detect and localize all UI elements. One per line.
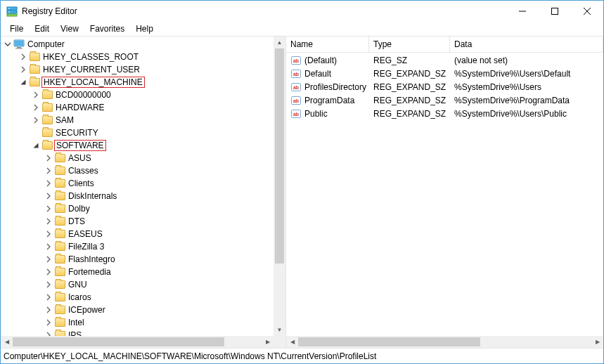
scroll-right-icon[interactable]: ▶ xyxy=(262,336,274,348)
scroll-right-icon[interactable]: ▶ xyxy=(591,336,603,348)
tree-item[interactable]: FileZilla 3 xyxy=(2,240,274,253)
tree-item[interactable]: GNU xyxy=(2,278,274,291)
chevron-down-icon[interactable] xyxy=(18,77,29,88)
menu-view[interactable]: View xyxy=(56,22,84,35)
chevron-right-icon[interactable] xyxy=(43,165,54,176)
value-data: %SystemDrive%\Users\Public xyxy=(450,109,603,119)
chevron-right-icon[interactable] xyxy=(43,178,54,189)
maximize-button[interactable] xyxy=(539,1,571,22)
chevron-right-icon[interactable] xyxy=(43,190,54,202)
chevron-right-icon[interactable] xyxy=(43,317,54,328)
list-row[interactable]: abPublicREG_EXPAND_SZ%SystemDrive%\Users… xyxy=(286,107,603,120)
chevron-right-icon[interactable] xyxy=(43,279,54,290)
expander-none[interactable] xyxy=(30,127,41,138)
chevron-right-icon[interactable] xyxy=(43,152,54,164)
col-data[interactable]: Data xyxy=(450,37,603,52)
chevron-down-icon[interactable] xyxy=(2,39,13,50)
col-type[interactable]: Type xyxy=(369,37,450,52)
tree-item[interactable]: DTS xyxy=(2,215,274,228)
scroll-left-icon[interactable]: ◀ xyxy=(286,336,298,348)
tree-item[interactable]: Clients xyxy=(2,177,274,190)
folder-icon xyxy=(54,317,65,328)
tree-item[interactable]: HKEY_CLASSES_ROOT xyxy=(2,51,274,63)
tree-root-label: Computer xyxy=(26,39,66,50)
scroll-left-icon[interactable]: ◀ xyxy=(1,336,13,348)
list-body[interactable]: ab(Default)REG_SZ(value not set)abDefaul… xyxy=(286,53,603,120)
chevron-right-icon[interactable] xyxy=(18,64,29,75)
tree-item[interactable]: SAM xyxy=(2,114,274,126)
chevron-right-icon[interactable] xyxy=(43,216,54,227)
tree-item-label: SOFTWARE xyxy=(54,140,106,151)
registry-tree[interactable]: Computer HKEY_CLASSES_ROOTHKEY_CURRENT_U… xyxy=(1,37,274,336)
value-name: Default xyxy=(304,69,331,79)
chevron-right-icon[interactable] xyxy=(43,241,54,252)
tree-item-label: ICEpower xyxy=(67,304,107,316)
tree-item[interactable]: SECURITY xyxy=(2,126,274,139)
chevron-right-icon[interactable] xyxy=(43,203,54,214)
chevron-right-icon[interactable] xyxy=(43,292,54,303)
tree-item[interactable]: ICEpower xyxy=(2,304,274,316)
list-row[interactable]: abDefaultREG_EXPAND_SZ%SystemDrive%\User… xyxy=(286,67,603,80)
minimize-button[interactable] xyxy=(506,1,539,22)
list-hscrollbar[interactable]: ◀ ▶ xyxy=(286,336,603,348)
tree-item[interactable]: DiskInternals xyxy=(2,190,274,202)
list-row[interactable]: abProgramDataREG_EXPAND_SZ%SystemDrive%\… xyxy=(286,93,603,107)
svg-rect-11 xyxy=(17,47,21,48)
tree-item[interactable]: Classes xyxy=(2,164,274,177)
folder-icon xyxy=(29,51,40,63)
tree-item[interactable]: Dolby xyxy=(2,202,274,215)
menu-file[interactable]: File xyxy=(5,22,28,35)
tree-item[interactable]: HARDWARE xyxy=(2,101,274,114)
col-name[interactable]: Name xyxy=(286,37,369,52)
chevron-right-icon[interactable] xyxy=(43,330,54,336)
tree-item-label: SAM xyxy=(54,115,75,126)
tree-hscrollbar[interactable]: ◀ ▶ xyxy=(1,336,274,348)
tree-item-label: Dolby xyxy=(67,203,91,214)
chevron-right-icon[interactable] xyxy=(30,115,41,126)
tree-item[interactable]: Fortemedia xyxy=(2,266,274,278)
tree-item[interactable]: HKEY_CURRENT_USER xyxy=(2,63,274,76)
chevron-right-icon[interactable] xyxy=(43,254,54,265)
list-row[interactable]: abProfilesDirectoryREG_EXPAND_SZ%SystemD… xyxy=(286,80,603,93)
tree-root[interactable]: Computer xyxy=(2,38,274,51)
svg-rect-10 xyxy=(15,41,23,46)
tree-item[interactable]: Intel xyxy=(2,316,274,329)
tree-item[interactable]: FlashIntegro xyxy=(2,253,274,266)
menu-favorites[interactable]: Favorites xyxy=(85,22,129,35)
folder-icon xyxy=(54,292,65,303)
tree-item[interactable]: BCD00000000 xyxy=(2,89,274,101)
chevron-right-icon[interactable] xyxy=(43,304,54,316)
chevron-right-icon[interactable] xyxy=(30,102,41,113)
menu-edit[interactable]: Edit xyxy=(30,22,54,35)
string-value-icon: ab xyxy=(290,55,302,66)
list-row[interactable]: ab(Default)REG_SZ(value not set) xyxy=(286,53,603,67)
folder-icon xyxy=(54,266,65,278)
svg-rect-3 xyxy=(8,12,10,13)
tree-item[interactable]: Icaros xyxy=(2,291,274,304)
chevron-right-icon[interactable] xyxy=(30,89,41,100)
scroll-down-icon[interactable]: ▼ xyxy=(274,324,285,336)
tree-item-label: HKEY_CURRENT_USER xyxy=(41,64,141,75)
window-controls xyxy=(506,1,603,22)
tree-item[interactable]: EASEUS xyxy=(2,228,274,240)
tree-item[interactable]: HKEY_LOCAL_MACHINE xyxy=(2,76,274,89)
value-type: REG_EXPAND_SZ xyxy=(369,82,450,92)
svg-text:ab: ab xyxy=(293,58,299,63)
string-value-icon: ab xyxy=(290,68,302,79)
value-type: REG_EXPAND_SZ xyxy=(369,69,450,79)
tree-item[interactable]: ASUS xyxy=(2,152,274,164)
chevron-right-icon[interactable] xyxy=(43,228,54,240)
chevron-down-icon[interactable] xyxy=(30,140,41,151)
tree-item[interactable]: SOFTWARE xyxy=(2,139,274,152)
close-button[interactable] xyxy=(571,1,603,22)
tree-item-label: Fortemedia xyxy=(67,266,113,278)
chevron-right-icon[interactable] xyxy=(18,51,29,63)
svg-rect-6 xyxy=(552,8,558,15)
menu-help[interactable]: Help xyxy=(131,22,158,35)
tree-vscrollbar[interactable]: ▲ ▼ xyxy=(274,37,285,336)
tree-item[interactable]: IPS xyxy=(2,329,274,336)
folder-icon xyxy=(54,216,65,227)
tree-item-label: SECURITY xyxy=(54,127,100,138)
chevron-right-icon[interactable] xyxy=(43,266,54,278)
scroll-up-icon[interactable]: ▲ xyxy=(274,37,285,48)
